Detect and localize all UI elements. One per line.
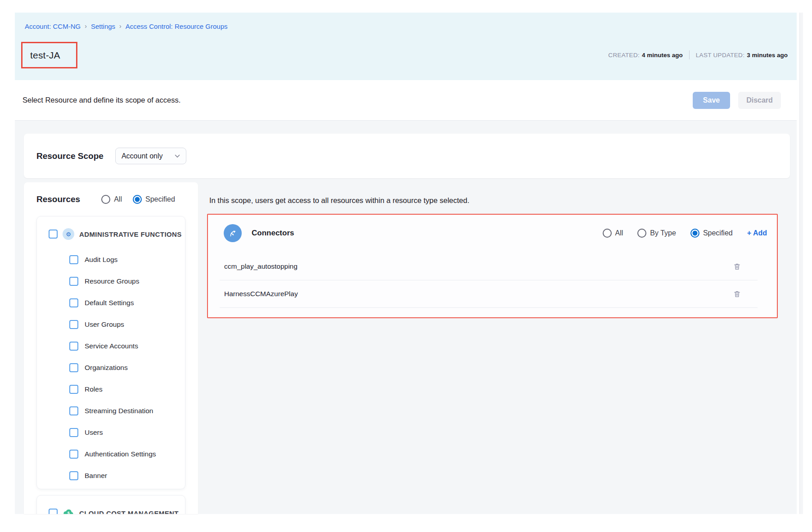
item-checkbox[interactable] — [69, 428, 78, 437]
list-item: User Groups — [37, 314, 185, 335]
add-connector-button[interactable]: + Add — [747, 229, 767, 237]
radio-selected-icon — [690, 229, 699, 238]
list-item: Service Accounts — [37, 335, 185, 357]
item-checkbox[interactable] — [69, 320, 78, 329]
delete-connector-button[interactable] — [732, 261, 742, 271]
radio-icon — [603, 229, 612, 238]
last-updated-text: LAST UPDATED:3 minutes ago — [696, 52, 788, 59]
list-item: Authentication Settings — [37, 443, 185, 465]
breadcrumb-account[interactable]: Account: CCM-NG — [25, 23, 81, 30]
connectors-section annotation-box-connectors: Connectors All By Type Specified + Add — [207, 214, 778, 318]
page-header: Account: CCM-NG › Settings › Access Cont… — [15, 13, 797, 80]
connector-name: ccm_play_autostopping — [224, 262, 298, 271]
group-cloud-cost-management: $ CLOUD COST MANAGEMENT — [36, 495, 185, 514]
item-checkbox[interactable] — [69, 385, 78, 394]
item-checkbox[interactable] — [69, 298, 78, 307]
list-item: Audit Logs — [37, 249, 185, 271]
item-checkbox[interactable] — [69, 277, 78, 286]
list-item: Banner — [37, 465, 185, 487]
save-button[interactable]: Save — [693, 92, 730, 109]
trash-icon — [733, 262, 741, 271]
scrollbar-track[interactable] — [799, 13, 803, 514]
group-header: $ CLOUD COST MANAGEMENT — [37, 496, 185, 514]
list-item: Users — [37, 422, 185, 443]
list-item: Resource Groups — [37, 271, 185, 292]
connectors-icon — [224, 224, 242, 242]
chevron-right-icon: › — [119, 23, 122, 30]
resource-scope-card: Resource Scope Account only — [24, 134, 790, 178]
content-area: Resource Scope Account only Resources Al… — [15, 121, 797, 514]
group-checkbox[interactable] — [49, 230, 58, 239]
breadcrumb-resource-groups[interactable]: Access Control: Resource Groups — [126, 23, 228, 30]
group-checkbox[interactable] — [49, 509, 58, 514]
list-item: Roles — [37, 379, 185, 400]
svg-text:$: $ — [68, 511, 70, 514]
toolbar-description: Select Resource and define its scope of … — [23, 96, 693, 104]
connectors-radio-all[interactable]: All — [603, 229, 623, 238]
resources-radio-specified[interactable]: Specified — [133, 195, 175, 204]
group-header: ⚙ ADMINISTRATIVE FUNCTIONS — [37, 216, 185, 240]
resource-scope-label: Resource Scope — [36, 151, 104, 161]
resources-radio-all[interactable]: All — [101, 195, 122, 204]
meta-divider — [689, 50, 690, 59]
cloud-dollar-icon: $ — [63, 507, 74, 514]
item-checkbox[interactable] — [69, 471, 78, 480]
radio-icon — [101, 195, 110, 204]
resources-panel: Resources All Specified ⚙ ADMINISTRATIVE… — [24, 182, 198, 514]
annotation-box-title: test-JA — [21, 42, 77, 68]
scope-note: In this scope, users get access to all r… — [209, 196, 469, 205]
connectors-radio-by-type[interactable]: By Type — [637, 229, 676, 238]
created-updated-meta: CREATED:4 minutes ago LAST UPDATED:3 min… — [608, 50, 788, 59]
created-text: CREATED:4 minutes ago — [608, 52, 682, 59]
discard-button[interactable]: Discard — [738, 92, 781, 109]
connectors-title: Connectors — [252, 229, 294, 238]
resources-panel-header: Resources All Specified — [24, 182, 198, 204]
item-checkbox[interactable] — [69, 255, 78, 264]
radio-selected-icon — [133, 195, 142, 204]
action-toolbar: Select Resource and define its scope of … — [15, 80, 797, 121]
connectors-radio-specified[interactable]: Specified — [690, 229, 733, 238]
chevron-down-icon — [175, 154, 180, 158]
page-title: test-JA — [23, 50, 60, 61]
breadcrumb: Account: CCM-NG › Settings › Access Cont… — [25, 23, 228, 30]
resource-scope-dropdown[interactable]: Account only — [115, 148, 186, 164]
list-item: Organizations — [37, 357, 185, 379]
item-checkbox[interactable] — [69, 450, 78, 459]
connectors-scope-options: All By Type Specified + Add — [603, 215, 767, 252]
chevron-right-icon: › — [85, 23, 87, 30]
breadcrumb-settings[interactable]: Settings — [91, 23, 115, 30]
resource-scope-value: Account only — [122, 152, 163, 160]
resources-title: Resources — [36, 194, 80, 204]
item-checkbox[interactable] — [69, 363, 78, 372]
radio-icon — [637, 229, 646, 238]
list-item: Default Settings — [37, 292, 185, 314]
connector-row: ccm_play_autostopping — [220, 253, 758, 280]
connectors-list: ccm_play_autostopping HarnessCCMAzurePla… — [220, 253, 758, 308]
gear-icon: ⚙ — [63, 228, 74, 240]
connector-name: HarnessCCMAzurePlay — [224, 290, 298, 298]
item-checkbox[interactable] — [69, 406, 78, 415]
list-item: Streaming Destination — [37, 400, 185, 422]
trash-icon — [733, 290, 741, 298]
item-checkbox[interactable] — [69, 342, 78, 351]
delete-connector-button[interactable] — [732, 289, 742, 299]
page: Account: CCM-NG › Settings › Access Cont… — [0, 0, 812, 532]
connector-row: HarnessCCMAzurePlay — [220, 280, 758, 308]
group-items: Audit Logs Resource Groups Default Setti… — [37, 249, 185, 487]
group-administrative-functions: ⚙ ADMINISTRATIVE FUNCTIONS Audit Logs Re… — [36, 216, 185, 489]
